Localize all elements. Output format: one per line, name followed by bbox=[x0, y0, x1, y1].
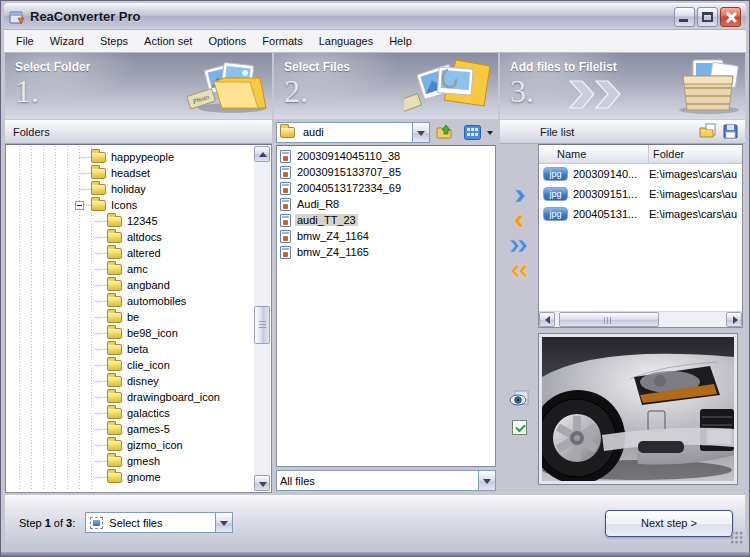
minimize-icon bbox=[679, 19, 688, 22]
tree-item[interactable]: altered bbox=[7, 245, 254, 261]
tree-item[interactable]: disney bbox=[7, 373, 254, 389]
tree-expander-minus-icon[interactable] bbox=[75, 201, 84, 210]
menu-item-wizard[interactable]: Wizard bbox=[42, 32, 92, 50]
tree-item[interactable]: beta bbox=[7, 341, 254, 357]
tree-item[interactable]: 12345 bbox=[7, 213, 254, 229]
address-combo-dropdown-button[interactable] bbox=[412, 123, 429, 142]
folder-icon bbox=[91, 184, 106, 195]
tree-item[interactable]: galactics bbox=[7, 405, 254, 421]
load-filelist-icon[interactable] bbox=[699, 123, 716, 139]
up-one-level-button[interactable] bbox=[433, 121, 457, 143]
column-header-name[interactable]: Name bbox=[539, 145, 649, 163]
tree-item[interactable]: Icons bbox=[7, 197, 254, 213]
close-button[interactable] bbox=[720, 7, 741, 27]
menu-item-file[interactable]: File bbox=[8, 32, 42, 50]
hscroll-thumb[interactable] bbox=[559, 312, 659, 327]
table-cell-name: jpg200405131... bbox=[539, 207, 649, 221]
scroll-right-button[interactable] bbox=[726, 312, 742, 327]
step-header-1: Select Folder 1. Photo bbox=[5, 53, 272, 119]
menu-item-formats[interactable]: Formats bbox=[254, 32, 310, 50]
step-header-band: Select Folder 1. Photo bbox=[5, 53, 745, 119]
resize-grip[interactable] bbox=[730, 531, 743, 544]
tree-item[interactable]: drawingboard_icon bbox=[7, 389, 254, 405]
table-row[interactable]: jpg200309140...E:\images\cars\au bbox=[539, 164, 742, 184]
add-all-button[interactable] bbox=[507, 236, 531, 256]
table-row[interactable]: jpg200309151...E:\images\cars\au bbox=[539, 184, 742, 204]
eye-icon bbox=[509, 390, 529, 408]
tree-item-label: 12345 bbox=[127, 215, 158, 227]
minimize-button[interactable] bbox=[674, 7, 695, 27]
tree-item[interactable]: holiday bbox=[7, 181, 254, 197]
step1-number: 1. bbox=[15, 73, 39, 110]
table-row[interactable]: jpg200405131...E:\images\cars\au bbox=[539, 204, 742, 224]
jpg-badge-icon: jpg bbox=[543, 207, 568, 221]
folder-icon bbox=[107, 424, 122, 435]
file-item[interactable]: bmw_Z4_1165 bbox=[277, 244, 495, 260]
file-item[interactable]: 20040513172334_69 bbox=[277, 180, 495, 196]
filter-combo-value: All files bbox=[277, 475, 478, 487]
remove-all-button[interactable] bbox=[507, 261, 531, 281]
table-header[interactable]: Name Folder bbox=[539, 145, 742, 164]
tree-item[interactable]: be98_icon bbox=[7, 325, 254, 341]
bottom-bar: Step 1 of 3: Select files Next step > bbox=[5, 495, 745, 548]
add-file-button[interactable] bbox=[507, 186, 531, 206]
step3-title: Add files to Filelist bbox=[510, 60, 617, 74]
tree-item-label: headset bbox=[111, 167, 150, 179]
title-bar[interactable]: ReaConverter Pro bbox=[4, 3, 746, 30]
scroll-thumb[interactable] bbox=[254, 306, 270, 344]
next-step-button[interactable]: Next step > bbox=[605, 510, 733, 537]
views-button[interactable] bbox=[460, 121, 484, 143]
file-item[interactable]: 20030915133707_85 bbox=[277, 164, 495, 180]
scroll-left-button[interactable] bbox=[539, 312, 555, 327]
file-item[interactable]: bmw_Z4_1164 bbox=[277, 228, 495, 244]
tree-item[interactable]: happypeople bbox=[7, 149, 254, 165]
jpg-badge-icon: jpg bbox=[543, 187, 568, 201]
step-combo-dropdown-button[interactable] bbox=[215, 513, 232, 532]
tree-item[interactable]: games-5 bbox=[7, 421, 254, 437]
preview-toggle-button[interactable] bbox=[508, 389, 530, 409]
autopreview-checkbox[interactable] bbox=[512, 420, 527, 435]
jpg-badge-icon: jpg bbox=[543, 167, 568, 181]
scroll-up-button[interactable] bbox=[254, 146, 270, 162]
save-filelist-icon[interactable] bbox=[722, 123, 739, 139]
filter-combo-dropdown-button[interactable] bbox=[478, 471, 495, 490]
select-files-icon bbox=[90, 517, 103, 529]
filter-combo[interactable]: All files bbox=[276, 470, 496, 491]
table-hscrollbar[interactable] bbox=[539, 311, 742, 327]
remove-file-button[interactable] bbox=[507, 211, 531, 231]
menu-item-help[interactable]: Help bbox=[381, 32, 420, 50]
tree-item[interactable]: gizmo_icon bbox=[7, 437, 254, 453]
tree-item[interactable]: be bbox=[7, 309, 254, 325]
file-item[interactable]: 20030914045110_38 bbox=[277, 148, 495, 164]
tree-item[interactable]: automobiles bbox=[7, 293, 254, 309]
step-select-combo[interactable]: Select files bbox=[85, 512, 233, 533]
tree-item[interactable]: clie_icon bbox=[7, 357, 254, 373]
tree-item[interactable]: gnome bbox=[7, 469, 254, 485]
folder-icon bbox=[107, 408, 122, 419]
column-header-folder[interactable]: Folder bbox=[649, 145, 742, 163]
tree-item[interactable]: angband bbox=[7, 277, 254, 293]
file-item[interactable]: Audi_R8 bbox=[277, 196, 495, 212]
tree-item[interactable]: gmesh bbox=[7, 453, 254, 469]
maximize-button[interactable] bbox=[697, 7, 718, 27]
views-grid-icon bbox=[464, 125, 481, 140]
file-name-text: 200405131... bbox=[573, 208, 637, 220]
table-rows: jpg200309140...E:\images\cars\aujpg20030… bbox=[539, 164, 742, 311]
views-dropdown-caret[interactable] bbox=[487, 121, 496, 143]
tree-item-label: altdocs bbox=[127, 231, 162, 243]
scroll-down-button[interactable] bbox=[254, 475, 270, 491]
menu-item-languages[interactable]: Languages bbox=[311, 32, 381, 50]
tree-item[interactable]: headset bbox=[7, 165, 254, 181]
tree-scrollbar[interactable] bbox=[254, 146, 270, 491]
tree-item[interactable]: amc bbox=[7, 261, 254, 277]
file-name-text: 200309151... bbox=[573, 188, 637, 200]
menu-item-options[interactable]: Options bbox=[200, 32, 254, 50]
folders-panel-title: Folders bbox=[13, 126, 50, 138]
table-cell-folder: E:\images\cars\au bbox=[649, 188, 742, 200]
address-combo[interactable]: audi bbox=[276, 122, 430, 143]
file-item[interactable]: audi_TT_23 bbox=[277, 212, 495, 228]
menu-item-steps[interactable]: Steps bbox=[92, 32, 136, 50]
menu-item-action-set[interactable]: Action set bbox=[136, 32, 200, 50]
tree-item[interactable]: altdocs bbox=[7, 229, 254, 245]
folder-icon bbox=[91, 168, 106, 179]
